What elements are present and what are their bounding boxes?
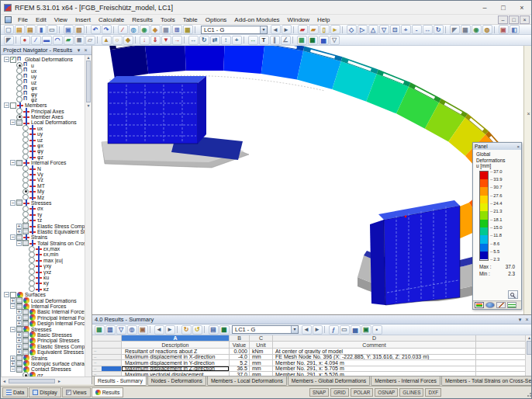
next-table-icon[interactable]: ► xyxy=(313,325,323,335)
expander-icon[interactable] xyxy=(10,356,16,361)
navigator-view-tab[interactable]: Display xyxy=(29,387,60,397)
tree-item[interactable]: ux xyxy=(2,68,92,74)
tree-checkbox[interactable] xyxy=(16,234,22,241)
menu-item[interactable]: Tools xyxy=(157,15,179,25)
menu-item[interactable]: Help xyxy=(313,15,333,25)
sep[interactable] xyxy=(113,26,116,33)
tree-item[interactable]: Stresses xyxy=(2,200,92,206)
mesh-icon[interactable]: ▦ xyxy=(183,25,193,34)
solid-icon[interactable]: ◼ xyxy=(74,36,85,45)
cell-comment[interactable]: Member No. 291, x: 4.094 m xyxy=(273,360,476,366)
tree-checkbox[interactable] xyxy=(22,372,29,376)
menu-item[interactable]: Add-on Modules xyxy=(230,15,283,25)
sheet-tab[interactable]: Results - Summary xyxy=(94,376,147,386)
hinge-icon[interactable]: ○ xyxy=(112,36,123,45)
status-toggle-button[interactable]: GRID xyxy=(330,388,349,397)
cell-value[interactable]: 5.2 xyxy=(230,360,250,366)
print-icon[interactable]: ▭ xyxy=(47,25,57,34)
sep[interactable] xyxy=(135,36,137,43)
tree-item[interactable]: ux xyxy=(2,126,92,131)
surface-icon[interactable]: ▰ xyxy=(64,36,74,45)
cell-value[interactable]: 36.5 xyxy=(230,366,250,373)
cell-unit[interactable]: kNm xyxy=(250,349,273,355)
tree-checkbox[interactable] xyxy=(16,326,22,332)
excel-icon[interactable]: ▦ xyxy=(308,36,318,45)
menu-item[interactable]: Results xyxy=(128,15,157,25)
display-options-icon[interactable]: ▩ xyxy=(161,25,171,34)
panel-zoom-button[interactable] xyxy=(508,290,518,299)
redo-icon[interactable]: ↷ xyxy=(102,25,112,34)
prev-table-icon[interactable]: ◄ xyxy=(302,325,312,335)
row-header[interactable] xyxy=(92,360,122,366)
tree-item[interactable]: Basic Stresses xyxy=(2,332,92,338)
globe-icon[interactable]: ◉ xyxy=(140,25,150,34)
menu-item[interactable]: Table xyxy=(179,15,202,25)
new-file-icon[interactable]: ▢ xyxy=(4,25,14,34)
expander-icon[interactable] xyxy=(4,57,9,62)
eccentricity-icon[interactable]: ◆ xyxy=(123,36,133,45)
tree-item[interactable]: εx,min xyxy=(2,252,92,257)
sep[interactable] xyxy=(494,26,496,33)
pin-icon[interactable]: ▾ xyxy=(75,47,82,54)
expander-icon[interactable] xyxy=(10,160,16,165)
tree-item[interactable]: τy xyxy=(2,212,92,217)
save-icon[interactable]: ▮ xyxy=(36,25,47,34)
print-table-icon[interactable]: ▭ xyxy=(340,325,350,335)
calculate-icon[interactable]: ⊞ xyxy=(172,25,182,34)
member-icon[interactable]: ▬ xyxy=(42,36,52,45)
sep[interactable] xyxy=(86,26,88,33)
status-toggle-button[interactable]: POLAR xyxy=(351,388,373,397)
table-load-case-select[interactable]: LC1 - G ▾ xyxy=(232,325,299,334)
tree-item[interactable]: uy xyxy=(2,74,92,79)
tree-item[interactable]: My xyxy=(2,189,92,194)
row-header[interactable] xyxy=(92,349,122,355)
sep[interactable] xyxy=(292,36,295,43)
navigator-view-tab[interactable]: Results xyxy=(92,387,124,397)
opening-icon[interactable]: ▱ xyxy=(85,36,95,45)
cell-value[interactable]: -4.0 xyxy=(230,355,250,361)
cell-unit[interactable]: mm xyxy=(250,355,273,361)
line-icon[interactable]: ∕ xyxy=(31,36,41,45)
prev-load-case-icon[interactable]: ◄ xyxy=(271,25,281,34)
table-info-icon[interactable]: ▪ xyxy=(372,325,382,335)
sep[interactable] xyxy=(342,26,344,33)
col-left-icon[interactable]: ◄ xyxy=(154,325,164,335)
tree-item[interactable]: Contact Stresses xyxy=(2,366,92,372)
panel-header[interactable]: Panel × xyxy=(473,143,521,150)
expander-icon[interactable] xyxy=(16,332,22,338)
sheet-tab[interactable]: Members - Total Strains on Cross-Section xyxy=(441,376,532,386)
tree-item[interactable]: κy xyxy=(2,280,92,286)
mdi-restore-button[interactable]: □ xyxy=(509,16,519,24)
tree-item[interactable]: φy xyxy=(2,148,92,154)
edit-icon[interactable]: ∕ xyxy=(118,25,128,34)
expander-icon[interactable] xyxy=(10,327,16,332)
cell-description[interactable]: Maximum displacement in Y-direction xyxy=(122,360,230,366)
expander-icon[interactable] xyxy=(10,200,16,206)
sep[interactable] xyxy=(97,36,99,43)
expander-icon[interactable] xyxy=(10,304,16,309)
header-description[interactable]: Description xyxy=(122,342,230,349)
visibility-icon[interactable]: ◉ xyxy=(472,25,482,34)
tree-item[interactable]: N xyxy=(2,165,92,171)
status-toggle-button[interactable]: GLINES xyxy=(399,388,423,397)
sep[interactable] xyxy=(16,36,18,43)
tree-item[interactable]: uz xyxy=(2,80,92,85)
expander-icon[interactable] xyxy=(16,315,22,321)
maximize-button[interactable]: □ xyxy=(494,1,513,15)
import-icon[interactable]: ▤ xyxy=(26,25,36,34)
paste-icon[interactable]: ▧ xyxy=(74,25,85,34)
minimize-button[interactable]: – xyxy=(475,1,494,15)
menu-item[interactable]: Edit xyxy=(32,15,50,25)
status-toggle-button[interactable]: SNAP xyxy=(309,388,329,397)
cell-value[interactable]: 0.000 xyxy=(230,349,250,355)
menu-item[interactable]: View xyxy=(50,15,71,25)
tree-item[interactable]: γxy xyxy=(2,263,92,269)
close-icon[interactable]: × xyxy=(523,317,530,322)
panel-close-icon[interactable]: × xyxy=(516,144,520,149)
cell-description[interactable]: Maximum displacement in X-direction xyxy=(122,355,230,361)
tree-item[interactable]: Elastic Stress Components xyxy=(2,223,92,228)
navigator-view-tab[interactable]: Data xyxy=(2,387,28,397)
dimension-icon[interactable]: ↔ xyxy=(248,36,258,45)
dock-close-icon[interactable]: × xyxy=(524,111,532,116)
table-icon[interactable]: ▦ xyxy=(297,36,307,45)
